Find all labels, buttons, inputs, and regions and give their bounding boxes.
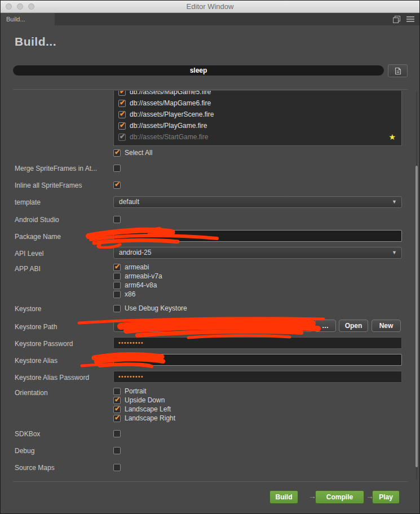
play-button-label: Play	[379, 493, 393, 501]
keystore-alias-password-input[interactable]: •••••••••	[113, 371, 402, 383]
use-debug-keystore-label: Use Debug Keystore	[125, 304, 187, 312]
api-level-dropdown[interactable]: android-25 ▼	[113, 247, 402, 259]
orientation-option-row[interactable]: Landscape Right	[113, 414, 175, 423]
use-debug-keystore-row[interactable]: Use Debug Keystore	[113, 304, 187, 313]
scene-checkbox[interactable]	[118, 91, 126, 96]
abi-option-label: arm64-v8a	[125, 281, 157, 289]
browse-button[interactable]: …	[315, 320, 336, 332]
abi-option-row[interactable]: armeabi-v7a	[113, 272, 162, 281]
scene-checkbox[interactable]	[118, 111, 126, 118]
keystore-alias-input[interactable]	[113, 354, 402, 366]
keystore-password-value: •••••••••	[118, 340, 144, 346]
abi-arm64-v8a-checkbox[interactable]	[113, 282, 121, 289]
orientation-label: Orientation	[15, 388, 48, 397]
select-all-row[interactable]: Select All	[113, 148, 152, 157]
scene-checkbox[interactable]	[118, 122, 126, 130]
abi-armeabi-checkbox[interactable]	[113, 264, 121, 271]
compile-button[interactable]: Compile	[315, 490, 364, 504]
debug-label: Debug	[15, 446, 34, 455]
scene-row[interactable]: db://assets/MapGame5.fire	[114, 91, 401, 98]
scene-row[interactable]: db://assets/PlayGame.fire	[114, 120, 401, 131]
scene-row[interactable]: db://assets/PlayerScene.fire	[114, 109, 401, 120]
open-button-label: Open	[345, 322, 362, 330]
scene-label: db://assets/MapGame5.fire	[130, 91, 211, 96]
play-button[interactable]: Play	[372, 490, 400, 504]
sdkbox-checkbox[interactable]	[113, 430, 121, 437]
abi-option-row[interactable]: x86	[113, 290, 135, 299]
keystore-alias-password-label: Keystore Alias Password	[15, 373, 89, 382]
portrait-checkbox[interactable]	[113, 388, 121, 395]
build-progress-bar: sleep	[13, 65, 384, 76]
merge-spriteframes-row	[113, 163, 121, 172]
package-name-label: Package Name	[15, 232, 61, 241]
landscape-right-checkbox[interactable]	[113, 415, 121, 422]
inline-spriteframes-row	[113, 180, 121, 189]
android-studio-checkbox[interactable]	[113, 216, 121, 223]
open-log-button[interactable]	[388, 64, 408, 77]
abi-x86-checkbox[interactable]	[113, 291, 121, 298]
tab-bar: Build...	[1, 13, 419, 25]
orientation-option-label: Portrait	[125, 387, 147, 395]
source-maps-label: Source Maps	[15, 463, 55, 472]
inline-spriteframes-checkbox[interactable]	[113, 181, 121, 189]
chevron-down-icon: ▼	[392, 247, 397, 258]
progress-status: sleep	[190, 67, 207, 74]
browse-button-label: …	[322, 322, 329, 330]
abi-option-label: armeabi-v7a	[125, 272, 162, 280]
api-level-value: android-25	[119, 249, 151, 256]
orientation-option-row[interactable]: Portrait	[113, 387, 147, 396]
use-debug-keystore-checkbox[interactable]	[113, 305, 121, 312]
source-maps-checkbox[interactable]	[113, 464, 121, 471]
scene-label: db://assets/PlayerScene.fire	[130, 110, 214, 118]
orientation-option-row[interactable]: Upside Down	[113, 396, 165, 405]
keystore-alias-password-value: •••••••••	[118, 374, 144, 380]
window-title: Editor Window	[1, 1, 419, 12]
scene-row[interactable]: db://assets/MapGame6.fire	[114, 98, 401, 109]
orientation-option-row[interactable]: Landscape Left	[113, 405, 171, 414]
scrollbar-thumb[interactable]	[415, 166, 418, 467]
scene-list: db://assets/MapGame5.fire db://assets/Ma…	[113, 91, 402, 146]
abi-option-label: armeabi	[125, 263, 149, 271]
select-all-label: Select All	[125, 149, 152, 157]
build-button[interactable]: Build	[269, 490, 298, 504]
abi-option-label: x86	[125, 290, 135, 298]
template-dropdown[interactable]: default ▼	[113, 196, 402, 208]
package-name-input[interactable]	[113, 230, 402, 242]
landscape-left-checkbox[interactable]	[113, 406, 121, 413]
minimize-button[interactable]	[17, 3, 23, 10]
template-value: default	[119, 198, 139, 206]
keystore-alias-label: Keystore Alias	[15, 356, 58, 365]
header-divider	[13, 89, 408, 90]
window-titlebar: Editor Window	[1, 1, 419, 13]
scene-label: db://assets/StartGame.fire	[130, 133, 208, 141]
menu-icon[interactable]	[406, 16, 414, 22]
api-level-label: API Level	[15, 249, 43, 258]
keystore-password-input[interactable]: •••••••••	[113, 337, 402, 349]
abi-option-row[interactable]: arm64-v8a	[113, 281, 157, 290]
new-button-label: New	[379, 322, 394, 330]
abi-armeabi-v7a-checkbox[interactable]	[113, 273, 121, 280]
chevron-down-icon: ▼	[392, 197, 397, 207]
abi-option-row[interactable]: armeabi	[113, 263, 149, 272]
close-button[interactable]	[6, 3, 12, 10]
orientation-option-label: Upside Down	[125, 396, 165, 404]
tab-build-label: Build...	[6, 16, 25, 23]
scene-label: db://assets/MapGame6.fire	[130, 99, 211, 107]
android-studio-label: Android Studio	[15, 215, 59, 224]
select-all-checkbox[interactable]	[113, 149, 121, 157]
new-button[interactable]: New	[372, 320, 401, 332]
popout-icon[interactable]	[393, 16, 400, 23]
sdkbox-label: SDKBox	[15, 429, 40, 438]
scene-checkbox[interactable]	[118, 134, 126, 141]
upside-down-checkbox[interactable]	[113, 397, 121, 404]
merge-spriteframes-checkbox[interactable]	[113, 165, 121, 172]
app-abi-label: APP ABI	[15, 264, 41, 273]
debug-checkbox[interactable]	[113, 447, 121, 454]
scene-checkbox[interactable]	[118, 100, 126, 107]
tab-build[interactable]: Build...	[1, 13, 55, 25]
sdkbox-row	[113, 429, 121, 438]
zoom-button[interactable]	[28, 3, 34, 10]
keystore-path-field[interactable]	[113, 320, 312, 332]
scene-row[interactable]: db://assets/StartGame.fire ★	[114, 131, 401, 143]
open-button[interactable]: Open	[339, 320, 368, 332]
